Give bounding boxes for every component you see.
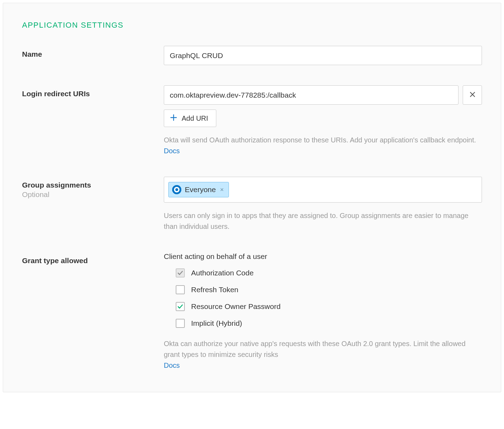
grant-type-label: Grant type allowed bbox=[22, 256, 164, 265]
login-redirect-row: Login redirect URIs Add URI Okta will se… bbox=[22, 85, 482, 156]
login-redirect-label-col: Login redirect URIs bbox=[22, 85, 164, 98]
group-assignments-label: Group assignments bbox=[22, 180, 164, 190]
login-redirect-field-col: Add URI Okta will send OAuth authorizati… bbox=[164, 85, 482, 156]
application-settings-panel: APPLICATION SETTINGS Name Login redirect… bbox=[3, 3, 501, 392]
group-assignments-help: Users can only sign in to apps that they… bbox=[164, 210, 482, 232]
grant-type-label-col: Grant type allowed bbox=[22, 252, 164, 265]
checkbox-label: Authorization Code bbox=[191, 269, 254, 277]
checkbox-authorization-code bbox=[176, 268, 185, 277]
group-assignments-sublabel: Optional bbox=[22, 190, 164, 199]
grant-option-authorization-code: Authorization Code bbox=[176, 268, 482, 277]
grant-type-subheader: Client acting on behalf of a user bbox=[164, 252, 482, 261]
grant-type-row: Grant type allowed Client acting on beha… bbox=[22, 252, 482, 371]
uri-row bbox=[164, 85, 482, 105]
checkbox-refresh-token[interactable] bbox=[176, 285, 185, 294]
checkbox-resource-owner-password[interactable] bbox=[176, 302, 185, 311]
svg-point-2 bbox=[175, 188, 178, 191]
group-tag-remove[interactable]: × bbox=[220, 186, 224, 194]
name-label-col: Name bbox=[22, 46, 164, 59]
name-input[interactable] bbox=[164, 46, 482, 65]
add-uri-label: Add URI bbox=[182, 114, 208, 122]
group-tag-input[interactable]: Everyone × bbox=[164, 177, 482, 203]
name-label: Name bbox=[22, 49, 164, 59]
grant-type-docs-link[interactable]: Docs bbox=[164, 361, 180, 369]
checkbox-label: Implicit (Hybrid) bbox=[191, 319, 242, 328]
group-icon bbox=[172, 185, 181, 194]
group-tag: Everyone × bbox=[168, 182, 229, 197]
grant-option-resource-owner-password: Resource Owner Password bbox=[176, 302, 482, 311]
group-assignments-label-col: Group assignments Optional bbox=[22, 177, 164, 199]
remove-uri-button[interactable] bbox=[463, 85, 482, 105]
checkbox-label: Refresh Token bbox=[191, 286, 238, 294]
redirect-uri-input[interactable] bbox=[164, 85, 458, 105]
login-redirect-docs-link[interactable]: Docs bbox=[164, 147, 180, 155]
grant-type-field-col: Client acting on behalf of a user Author… bbox=[164, 252, 482, 371]
name-field-col bbox=[164, 46, 482, 65]
grant-option-implicit-hybrid: Implicit (Hybrid) bbox=[176, 319, 482, 328]
close-icon bbox=[469, 91, 476, 99]
section-title: APPLICATION SETTINGS bbox=[22, 21, 482, 30]
checkbox-implicit-hybrid[interactable] bbox=[176, 319, 185, 328]
grant-option-refresh-token: Refresh Token bbox=[176, 285, 482, 294]
group-assignments-row: Group assignments Optional Everyone × bbox=[22, 177, 482, 232]
login-redirect-help: Okta will send OAuth authorization respo… bbox=[164, 135, 482, 156]
login-redirect-label: Login redirect URIs bbox=[22, 89, 164, 98]
group-assignments-field-col: Everyone × Users can only sign in to app… bbox=[164, 177, 482, 232]
grant-type-help: Okta can authorize your native app's req… bbox=[164, 338, 482, 371]
add-uri-button[interactable]: Add URI bbox=[164, 110, 216, 127]
group-tag-label: Everyone bbox=[185, 185, 216, 194]
plus-icon bbox=[170, 114, 177, 123]
checkbox-label: Resource Owner Password bbox=[191, 302, 281, 311]
name-row: Name bbox=[22, 46, 482, 65]
